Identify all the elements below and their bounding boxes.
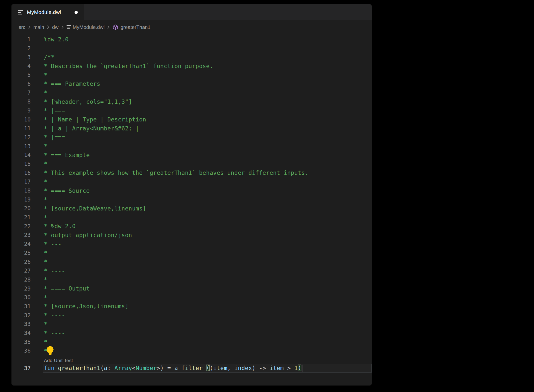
code-area[interactable]: 1%dw 2.023/**4* Describes the `greaterTh… [11, 34, 372, 373]
line-number: 30 [11, 294, 31, 300]
tab-label: MyModule.dwl [27, 9, 61, 15]
line-number: 31 [11, 303, 31, 309]
code-line: 29* ==== Output [11, 284, 372, 293]
tab-bar: MyModule.dwl [11, 4, 372, 20]
code-line: 15* [11, 160, 372, 169]
code-text[interactable]: * This example shows how the `greaterTha… [44, 170, 308, 176]
code-text[interactable]: * output application/json [44, 232, 132, 238]
code-text[interactable]: * [44, 90, 47, 96]
code-line: 28* [11, 275, 372, 284]
code-text[interactable]: * [%header, cols="1,1,3"] [44, 98, 132, 105]
code-text[interactable]: * Describes the `greaterThan1` function … [44, 63, 213, 69]
code-text[interactable]: * [source,Json,linenums] [44, 303, 129, 309]
code-text[interactable]: * ==== Source [44, 188, 90, 194]
code-text[interactable]: * --- [44, 241, 62, 247]
code-text[interactable]: * ---- [44, 214, 65, 221]
code-text[interactable]: * ---- [44, 268, 65, 274]
line-number: 23 [11, 232, 31, 238]
code-text[interactable]: * | Name | Type | Description [44, 116, 146, 123]
line-number: 2 [11, 45, 31, 51]
line-number: 28 [11, 277, 31, 283]
code-text[interactable]: /** [44, 54, 54, 60]
code-line: 23* output application/json [11, 231, 372, 240]
code-lens-row: Add Unit Test [11, 355, 372, 364]
line-number: 36 [11, 348, 31, 354]
breadcrumb-item-src[interactable]: src [19, 24, 25, 30]
bracket-match-highlight: ) [298, 365, 301, 371]
code-line: 16* This example shows how the `greaterT… [11, 168, 372, 177]
line-number: 12 [11, 134, 31, 140]
breadcrumb-item-symbol[interactable]: greaterThan1 [112, 24, 150, 30]
line-number: 29 [11, 286, 31, 292]
line-number: 24 [11, 241, 31, 247]
code-line: 5* [11, 71, 372, 80]
code-text[interactable]: * [44, 196, 47, 203]
code-text[interactable]: * [44, 143, 47, 149]
file-list-icon [67, 25, 71, 29]
code-line: 13* [11, 142, 372, 151]
line-number: 7 [11, 90, 31, 96]
tab-mymodule[interactable]: MyModule.dwl [11, 4, 84, 20]
code-text[interactable]: * ---- [44, 330, 65, 336]
code-text[interactable]: * ==== Output [44, 285, 90, 292]
line-number: 4 [11, 63, 31, 69]
code-text[interactable]: * [44, 294, 47, 301]
code-line: 3/** [11, 53, 372, 62]
code-line: 11* | a | Array<Number&#62; | [11, 124, 372, 133]
line-number: 15 [11, 161, 31, 167]
code-text[interactable]: * ---- [44, 312, 65, 318]
line-number: 3 [11, 54, 31, 60]
code-line: 10* | Name | Type | Description [11, 115, 372, 124]
code-text[interactable]: * | a | Array<Number&#62; | [44, 125, 139, 132]
code-line: 32* ---- [11, 311, 372, 320]
code-line: 7* [11, 88, 372, 97]
code-text[interactable]: * [source,DataWeave,linenums] [44, 205, 146, 212]
code-line: 35* [11, 337, 372, 346]
code-text[interactable]: fun greaterThan1(a: Array<Number>) = a f… [44, 365, 302, 372]
code-line: 20* [source,DataWeave,linenums] [11, 204, 372, 213]
symbol-cube-icon [112, 24, 118, 30]
code-line: 34* ---- [11, 329, 372, 338]
code-line: 24* --- [11, 240, 372, 249]
chevron-right-icon [28, 25, 31, 29]
code-line: 14* === Example [11, 151, 372, 160]
line-number: 34 [11, 330, 31, 336]
code-text[interactable]: %dw 2.0 [44, 36, 69, 43]
code-line: 17* [11, 177, 372, 186]
breadcrumb-item-file[interactable]: MyModule.dwl [67, 24, 105, 30]
code-text[interactable]: * [44, 179, 47, 185]
code-line: 26* [11, 257, 372, 266]
code-lens-add-unit-test[interactable]: Add Unit Test [44, 358, 73, 364]
code-line: 21* ---- [11, 213, 372, 222]
code-text[interactable]: * |=== [44, 134, 65, 140]
code-text[interactable]: * [44, 250, 47, 256]
code-text[interactable]: * [44, 276, 47, 283]
code-text[interactable]: * [44, 161, 47, 167]
breadcrumb-item-main[interactable]: main [33, 24, 44, 30]
code-text[interactable]: * === Parameters [44, 81, 100, 87]
code-text[interactable]: * [44, 259, 47, 265]
line-number: 35 [11, 339, 31, 345]
line-number: 11 [11, 125, 31, 131]
line-number: 14 [11, 152, 31, 158]
code-text[interactable]: * %dw 2.0 [44, 223, 76, 229]
code-text[interactable]: * [44, 321, 47, 327]
line-number: 33 [11, 321, 31, 327]
code-line: 18* ==== Source [11, 186, 372, 195]
code-line: 30* [11, 293, 372, 302]
line-number: 32 [11, 312, 31, 318]
line-number: 20 [11, 205, 31, 211]
code-text[interactable]: * [44, 339, 47, 345]
line-number: 22 [11, 223, 31, 229]
line-number: 37 [11, 365, 31, 371]
code-text[interactable]: * === Example [44, 152, 90, 158]
code-line: 4* Describes the `greaterThan1` function… [11, 62, 372, 71]
code-text[interactable]: * [44, 72, 47, 78]
chevron-right-icon [61, 25, 64, 29]
code-text[interactable]: * |=== [44, 107, 65, 114]
code-line: 6* === Parameters [11, 79, 372, 88]
modified-indicator-dot[interactable] [75, 11, 78, 14]
lightbulb-icon[interactable] [46, 346, 55, 357]
line-number: 16 [11, 170, 31, 176]
breadcrumb-item-dw[interactable]: dw [52, 24, 59, 30]
